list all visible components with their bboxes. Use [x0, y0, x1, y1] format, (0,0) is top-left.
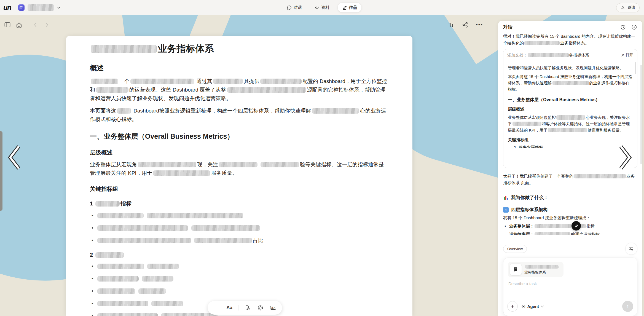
- doc-card-title-suffix: 务指标体系: [569, 53, 589, 58]
- toolbar-divider: [238, 305, 238, 310]
- block-li: [90, 262, 389, 271]
- block-p: 本页面将这 Dashboard按照业务逻辑重新梳理，构建一个四层指标体系，帮助你…: [90, 106, 389, 124]
- back-icon[interactable]: [32, 21, 39, 28]
- toggle-sidebar-icon[interactable]: [4, 21, 11, 28]
- redacted-text: [130, 79, 194, 84]
- keycap-1-icon: 1: [503, 207, 509, 213]
- redacted-text: [524, 41, 560, 45]
- forward-icon[interactable]: [43, 21, 50, 28]
- redacted-text: [28, 4, 54, 11]
- document-page: 业务指标体系概述一个 通过其具提供配置的 Dashboard，用于全方位监控和的…: [66, 36, 412, 316]
- chat-title: 对话: [503, 24, 512, 30]
- agent-mode-selector[interactable]: ∞ Agent: [522, 303, 544, 309]
- text-run: 的运营表现。这些 Dashboard 覆盖了从整: [129, 87, 226, 93]
- block-p: 一个 通过其具提供配置的 Dashboard，用于全方位监控和的运营表现。这些 …: [90, 77, 389, 103]
- block-h1: 业务指标体系: [90, 42, 389, 55]
- redacted-text: [97, 238, 191, 243]
- doc-card-scrollbar[interactable]: [635, 62, 636, 74]
- tab-chat[interactable]: 对话: [283, 3, 306, 12]
- block-cut: 运营效率层：的调度运营指标: [503, 231, 637, 235]
- history-icon[interactable]: [620, 24, 626, 30]
- text-run: 太好了！我已经帮你创建了一个完整的: [503, 174, 573, 178]
- cursor-dot-icon[interactable]: ·: [212, 304, 221, 312]
- block-h3: 层级概述: [508, 107, 633, 112]
- share-icon[interactable]: [461, 21, 469, 28]
- block-cut: 1. 服务水平指标: [508, 144, 633, 148]
- text-run: 一、业务整体层（Overall Business Metrics）: [90, 132, 234, 140]
- chat-messages: 很对！我已经阅读完所有 15 个 dashboard 的内容。现在让我帮你构建一…: [503, 31, 637, 240]
- composer-actions: + ∞ Agent ↑: [507, 301, 633, 312]
- more-icon[interactable]: •••: [476, 21, 483, 28]
- add-attachment-button[interactable]: +: [507, 301, 518, 312]
- redacted-text: [97, 301, 148, 306]
- view-tabs: 对话 资料 作品: [283, 3, 361, 12]
- text-run: [144, 213, 146, 218]
- block-li: 占比: [90, 236, 389, 245]
- block-p: 业务整体层从宏观角度监控心业务表现，关注服务水平和客户体验等关键指标。这一层的指…: [508, 114, 633, 133]
- text-run: 业务整体层从宏观角: [90, 162, 137, 167]
- text-run: 业务指标体系。: [560, 41, 589, 45]
- chevron-down-icon: [541, 306, 544, 307]
- redacted-text: [552, 81, 589, 85]
- version-history-icon[interactable]: [243, 304, 251, 312]
- open-doc-link[interactable]: ↗ 打开: [621, 53, 633, 58]
- block-h3: 关键指标组: [90, 185, 389, 193]
- text-run: 1. 服务水平指标: [514, 145, 543, 148]
- redacted-text: [153, 170, 210, 176]
- workspace-switcher[interactable]: [18, 4, 60, 11]
- tab-works[interactable]: 作品: [338, 3, 361, 12]
- redacted-text: [91, 79, 118, 84]
- redacted-text: [117, 108, 131, 114]
- block-h3: 关键指标组: [508, 137, 633, 143]
- redacted-text: [191, 225, 260, 231]
- redacted-text: [194, 238, 252, 243]
- text-run: 关键指标组: [508, 137, 528, 142]
- attachment-subtitle: 业务指标体系: [524, 270, 559, 275]
- redacted-text: [213, 79, 243, 84]
- tab-files-label: 资料: [321, 5, 329, 10]
- invite-label: 邀请: [627, 5, 635, 10]
- attachment-chip[interactable]: 业务指标体系: [508, 262, 564, 277]
- text-run: 指标: [120, 200, 132, 207]
- new-chat-icon[interactable]: [631, 24, 637, 30]
- task-composer[interactable]: 业务指标体系 + ∞ Agent ↑: [503, 258, 637, 316]
- app-logo[interactable]: un: [3, 3, 11, 12]
- redacted-text: [261, 162, 299, 167]
- arch-intro: 我将 15 个 Dashboard 按业务逻辑重新梳理成：: [503, 215, 637, 221]
- text-run: [258, 162, 260, 167]
- redacted-text: [138, 288, 166, 294]
- agent-label: Agent: [527, 304, 539, 309]
- chat-scrollbar[interactable]: [640, 65, 642, 164]
- attachment-title-redacted: [524, 264, 559, 269]
- redacted-text: [260, 79, 302, 84]
- ai-cursor-badge: [571, 221, 581, 231]
- tune-icon[interactable]: [447, 21, 454, 28]
- chat-settings-button[interactable]: [625, 243, 637, 255]
- text-run: 2: [90, 252, 95, 258]
- next-page-chevron[interactable]: [617, 144, 633, 171]
- text-run: 占比: [253, 237, 263, 243]
- home-icon[interactable]: [15, 21, 23, 28]
- arch-bullets: 业务整体层：指标运营效率层：的调度运营指标: [503, 223, 637, 235]
- tab-files[interactable]: 资料: [310, 3, 334, 12]
- canvas-stage: ••• 业务指标体系概述一个 通过其具提供配置的 Dashboard，用于全方位…: [0, 15, 644, 316]
- redacted-text: [147, 213, 243, 218]
- doc-floating-toolbar: · Aa 文A: [208, 301, 282, 315]
- left-scrollbar[interactable]: [0, 131, 2, 211]
- invite-button[interactable]: 邀请: [616, 3, 640, 12]
- palette-icon[interactable]: [256, 304, 264, 312]
- task-input[interactable]: [508, 281, 634, 286]
- attached-doc-icon: [510, 264, 522, 275]
- doc-card-prefix: 添加文档：: [507, 53, 527, 58]
- overview-button[interactable]: Overview: [503, 245, 527, 253]
- redacted-text: [142, 276, 173, 282]
- translate-icon[interactable]: 文A: [269, 304, 277, 312]
- font-style-button[interactable]: Aa: [225, 304, 234, 312]
- rays-icon: [315, 5, 319, 10]
- prev-page-chevron[interactable]: [7, 144, 23, 171]
- send-button[interactable]: ↑: [622, 301, 633, 312]
- tab-chat-label: 对话: [294, 5, 302, 10]
- text-run: 管理者和运营人员快速了解业务现状、发现问题并优化运营策略。: [508, 66, 624, 70]
- block-li: [90, 287, 389, 295]
- redacted-text: [97, 264, 144, 269]
